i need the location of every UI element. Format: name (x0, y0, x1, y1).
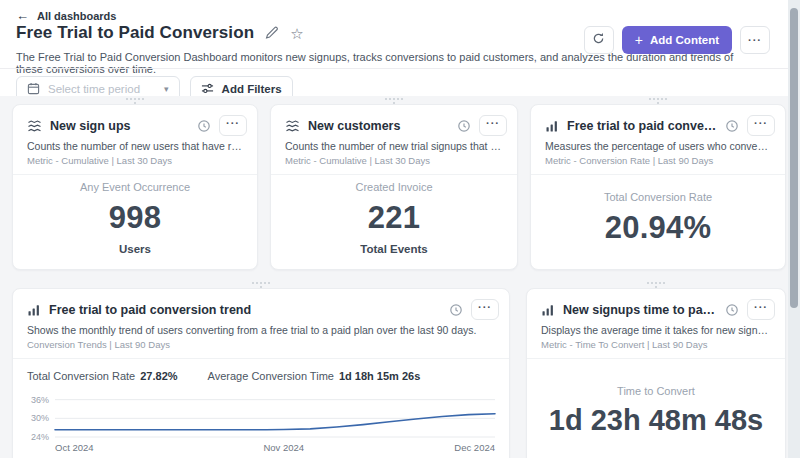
card-time-to-convert: New signups time to paid conver... ··· D… (526, 288, 786, 458)
card-title: Free trial to paid conversion trend (49, 303, 441, 317)
svg-text:30%: 30% (31, 413, 49, 423)
card-title: New signups time to paid conver... (563, 303, 717, 317)
back-label: All dashboards (37, 10, 116, 22)
stat-value: 27.82% (140, 370, 177, 382)
card-more-button[interactable]: ··· (479, 115, 507, 136)
more-icon: ··· (754, 302, 768, 313)
svg-text:36%: 36% (31, 395, 49, 405)
card-more-button[interactable]: ··· (747, 115, 775, 136)
card-more-button[interactable]: ··· (747, 299, 775, 320)
clock-icon[interactable] (457, 119, 471, 133)
card-description: Counts the number of new users that have… (27, 140, 243, 152)
dashboard-description: The Free Trial to Paid Conversion Dashbo… (16, 51, 748, 75)
dashboard-header: ← All dashboards Free Trial to Paid Conv… (0, 0, 788, 96)
drag-handle[interactable] (385, 98, 403, 104)
metric-label: Created Invoice (355, 181, 432, 193)
dashboard-canvas: New sign ups ··· Counts the number of ne… (0, 96, 788, 458)
chevron-down-icon: ▾ (164, 84, 169, 94)
calendar-icon (27, 82, 40, 97)
trend-chart-svg: 24%30%36%Oct 2024Nov 2024Dec 2024 (21, 389, 501, 453)
metric-value: 20.94% (605, 210, 711, 246)
bar-chart-icon (545, 119, 559, 133)
card-description: Shows the monthly trend of users convert… (27, 324, 495, 336)
card-divider (13, 358, 509, 359)
add-content-label: Add Content (650, 34, 719, 46)
add-filters-label: Add Filters (222, 83, 282, 95)
card-description: Counts the number of new trial signups t… (285, 140, 503, 152)
scrollbar-thumb[interactable] (790, 8, 798, 308)
card-description: Displays the average time it takes for n… (541, 324, 771, 336)
card-title: Free trial to paid conversion (567, 119, 717, 133)
scrollbar-track[interactable] (788, 0, 800, 458)
metric-label: Time to Convert (617, 385, 695, 397)
refresh-icon (592, 32, 605, 48)
plus-icon: + (635, 33, 643, 47)
card-meta: Conversion Trends | Last 90 Days (27, 339, 495, 350)
drag-handle[interactable] (126, 98, 144, 104)
back-link[interactable]: ← All dashboards (16, 9, 116, 22)
clock-icon[interactable] (725, 303, 739, 317)
time-period-placeholder: Select time period (48, 83, 140, 95)
card-more-button[interactable]: ··· (219, 115, 247, 136)
more-icon: ··· (478, 302, 492, 313)
refresh-button[interactable] (584, 26, 614, 54)
back-arrow-icon: ← (16, 9, 29, 22)
card-meta: Metric - Conversion Rate | Last 90 Days (545, 155, 771, 166)
svg-text:Oct 2024: Oct 2024 (55, 442, 94, 453)
card-new-sign-ups: New sign ups ··· Counts the number of ne… (12, 104, 258, 270)
stat-label: Average Conversion Time (208, 370, 334, 382)
card-more-button[interactable]: ··· (471, 299, 499, 320)
more-icon: ··· (226, 118, 240, 129)
trend-chart[interactable]: 24%30%36%Oct 2024Nov 2024Dec 2024 (21, 389, 501, 457)
card-meta: Metric - Cumulative | Last 30 Days (285, 155, 503, 166)
card-conversion-trend: Free trial to paid conversion trend ··· … (12, 288, 510, 458)
card-meta: Metric - Time To Convert | Last 90 Days (541, 339, 771, 350)
stat-value: 1d 18h 15m 26s (339, 370, 420, 382)
drag-handle[interactable] (649, 98, 667, 104)
sliders-icon (201, 82, 214, 97)
favorite-star-icon[interactable]: ☆ (290, 26, 303, 41)
card-title: New customers (308, 119, 449, 133)
clock-icon[interactable] (725, 119, 739, 133)
metric-value: 221 (368, 200, 420, 236)
metric-sub-label: Users (119, 243, 151, 255)
card-meta: Metric - Cumulative | Last 30 Days (27, 155, 243, 166)
drag-handle[interactable] (252, 282, 270, 288)
stat-label: Total Conversion Rate (27, 370, 135, 382)
card-new-customers: New customers ··· Counts the number of n… (270, 104, 518, 270)
svg-text:24%: 24% (31, 432, 49, 442)
page-title: Free Trial to Paid Conversion (16, 23, 254, 43)
bar-chart-icon (27, 303, 41, 317)
bar-chart-icon (541, 303, 555, 317)
metric-label: Any Event Occurrence (80, 181, 190, 193)
total-conversion-rate-stat: Total Conversion Rate 27.82% (27, 370, 178, 382)
metric-value: 1d 23h 48m 48s (549, 404, 763, 437)
header-divider (0, 68, 788, 69)
dashboard-more-button[interactable]: ··· (740, 26, 770, 54)
cumulative-metric-icon (285, 119, 300, 133)
card-free-trial-conversion: Free trial to paid conversion ··· Measur… (530, 104, 786, 270)
card-title: New sign ups (50, 119, 189, 133)
svg-text:Nov 2024: Nov 2024 (263, 442, 304, 453)
cumulative-metric-icon (27, 119, 42, 133)
add-content-button[interactable]: + Add Content (622, 26, 732, 54)
metric-sub-label: Total Events (360, 243, 428, 255)
card-description: Measures the percentage of users who con… (545, 140, 771, 152)
more-icon: ··· (754, 118, 768, 129)
metric-value: 998 (109, 200, 161, 236)
svg-text:Dec 2024: Dec 2024 (454, 442, 495, 453)
clock-icon[interactable] (197, 119, 211, 133)
drag-handle[interactable] (647, 282, 665, 288)
clock-icon[interactable] (449, 303, 463, 317)
average-conversion-time-stat: Average Conversion Time 1d 18h 15m 26s (208, 370, 421, 382)
edit-title-icon[interactable] (265, 26, 279, 40)
metric-label: Total Conversion Rate (604, 191, 712, 203)
more-icon: ··· (486, 118, 500, 129)
more-icon: ··· (748, 35, 762, 46)
